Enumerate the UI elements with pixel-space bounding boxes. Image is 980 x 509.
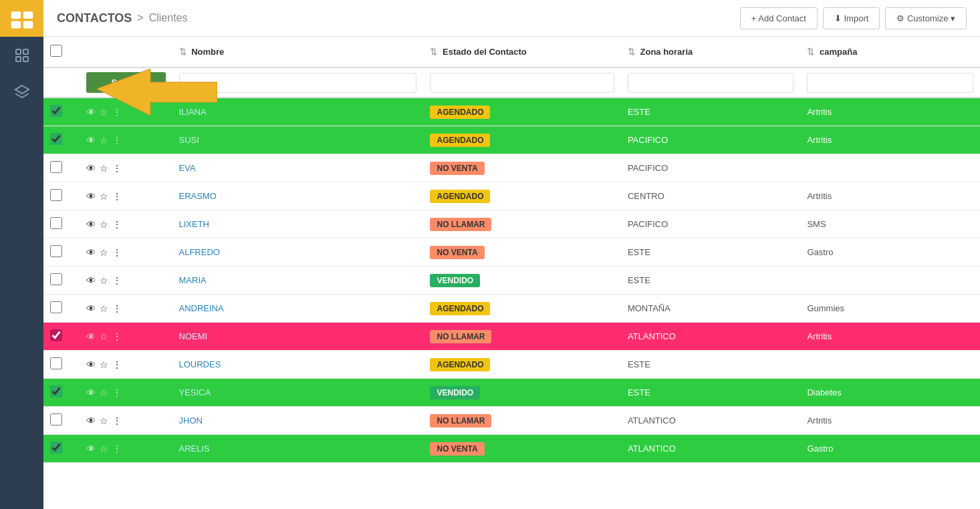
row-estado-cell: AGENDADO xyxy=(423,295,620,323)
contact-name-link[interactable]: ERASMO xyxy=(179,191,217,201)
row-checkbox[interactable] xyxy=(50,385,62,397)
view-icon[interactable]: 👁 xyxy=(86,387,96,398)
row-checkbox[interactable] xyxy=(50,105,62,117)
contact-name-link[interactable]: ANDREINA xyxy=(179,303,224,313)
import-button[interactable]: ⬇ Import xyxy=(823,7,880,29)
status-badge: NO VENTA xyxy=(430,246,484,259)
row-checkbox[interactable] xyxy=(50,217,62,229)
view-icon[interactable]: 👁 xyxy=(86,247,96,258)
view-icon[interactable]: 👁 xyxy=(86,444,96,454)
view-icon[interactable]: 👁 xyxy=(86,107,96,118)
contact-name-link[interactable]: YESICA xyxy=(179,387,211,397)
th-estado-label: Estado del Contacto xyxy=(443,47,527,57)
top-header: CONTACTOS > Clientes + Add Contact ⬇ Imp… xyxy=(43,0,980,37)
contact-name-link[interactable]: MARIA xyxy=(179,275,207,285)
table-row: 👁 ☆ ⋮ JHON NO LLAMAR ATLANTICO Artritis xyxy=(43,407,980,435)
row-campana-cell xyxy=(800,154,980,182)
more-icon[interactable]: ⋮ xyxy=(112,275,122,286)
more-icon[interactable]: ⋮ xyxy=(112,444,122,454)
view-icon[interactable]: 👁 xyxy=(86,219,96,230)
view-icon[interactable]: 👁 xyxy=(86,303,96,314)
star-icon[interactable]: ☆ xyxy=(100,163,108,174)
contact-name-link[interactable]: ARELIS xyxy=(179,444,210,454)
add-contact-button[interactable]: + Add Contact xyxy=(740,7,818,29)
search-name-input[interactable] xyxy=(179,73,417,93)
row-estado-cell: NO LLAMAR xyxy=(423,407,620,435)
star-icon[interactable]: ☆ xyxy=(100,387,108,398)
star-icon[interactable]: ☆ xyxy=(100,303,108,314)
contact-name-link[interactable]: SUSI xyxy=(179,135,199,145)
star-icon[interactable]: ☆ xyxy=(100,219,108,230)
star-icon[interactable]: ☆ xyxy=(100,359,108,370)
search-campana-input[interactable] xyxy=(807,73,973,93)
search-estado-input[interactable] xyxy=(430,73,614,93)
th-zona[interactable]: ⇅ Zona horaria xyxy=(621,37,801,67)
row-checkbox[interactable] xyxy=(50,301,62,313)
row-checkbox[interactable] xyxy=(50,273,62,285)
row-checkbox[interactable] xyxy=(50,245,62,257)
view-icon[interactable]: 👁 xyxy=(86,359,96,370)
more-icon[interactable]: ⋮ xyxy=(112,107,122,118)
row-checkbox[interactable] xyxy=(50,329,62,341)
row-checkbox[interactable] xyxy=(50,413,62,426)
contact-name-link[interactable]: NOEMI xyxy=(179,331,208,341)
search-button[interactable]: Search xyxy=(86,72,166,93)
row-checkbox[interactable] xyxy=(50,442,62,454)
view-icon[interactable]: 👁 xyxy=(86,275,96,286)
more-icon[interactable]: ⋮ xyxy=(112,163,122,174)
customize-button[interactable]: ⚙ Customize ▾ xyxy=(885,7,967,29)
star-icon[interactable]: ☆ xyxy=(100,247,108,258)
row-estado-cell: NO VENTA xyxy=(423,435,620,463)
contact-name-link[interactable]: EVA xyxy=(179,163,196,173)
app-logo[interactable] xyxy=(0,0,43,37)
more-icon[interactable]: ⋮ xyxy=(112,191,122,202)
row-checkbox[interactable] xyxy=(50,133,62,145)
more-icon[interactable]: ⋮ xyxy=(112,387,122,398)
th-campana[interactable]: ⇅ campaña xyxy=(800,37,980,67)
view-icon[interactable]: 👁 xyxy=(86,191,96,202)
zone-text: PACIFICO xyxy=(628,135,668,145)
view-icon[interactable]: 👁 xyxy=(86,415,96,426)
star-icon[interactable]: ☆ xyxy=(100,191,108,202)
campaign-text: Gastro xyxy=(807,444,833,454)
star-icon[interactable]: ☆ xyxy=(100,107,108,118)
select-all-checkbox[interactable] xyxy=(50,45,62,57)
more-icon[interactable]: ⋮ xyxy=(112,219,122,230)
search-zona-input[interactable] xyxy=(628,73,794,93)
sidebar-layers-icon[interactable] xyxy=(0,73,43,110)
star-icon[interactable]: ☆ xyxy=(100,135,108,146)
more-icon[interactable]: ⋮ xyxy=(112,331,122,342)
table-row: 👁 ☆ ⋮ ILIANA AGENDADO ESTE Artritis xyxy=(43,98,980,126)
row-zona-cell: ESTE xyxy=(621,98,801,126)
sidebar-contacts-icon[interactable] xyxy=(0,37,43,73)
contact-name-link[interactable]: ALFREDO xyxy=(179,247,220,257)
view-icon[interactable]: 👁 xyxy=(86,135,96,146)
row-checkbox[interactable] xyxy=(50,357,62,369)
more-icon[interactable]: ⋮ xyxy=(112,135,122,146)
star-icon[interactable]: ☆ xyxy=(100,331,108,342)
star-icon[interactable]: ☆ xyxy=(100,444,108,454)
row-check-cell xyxy=(43,351,80,379)
contact-name-link[interactable]: JHON xyxy=(179,415,203,426)
contact-name-link[interactable]: LIXETH xyxy=(179,219,210,229)
contact-name-link[interactable]: LOURDES xyxy=(179,359,221,369)
row-campana-cell: Gummies xyxy=(800,295,980,323)
view-icon[interactable]: 👁 xyxy=(86,163,96,174)
row-check-cell xyxy=(43,379,80,407)
more-icon[interactable]: ⋮ xyxy=(112,415,122,426)
th-nombre[interactable]: ⇅ Nombre xyxy=(172,37,424,67)
status-badge: AGENDADO xyxy=(430,106,490,119)
more-icon[interactable]: ⋮ xyxy=(112,359,122,370)
more-icon[interactable]: ⋮ xyxy=(112,247,122,258)
star-icon[interactable]: ☆ xyxy=(100,415,108,426)
view-icon[interactable]: 👁 xyxy=(86,331,96,342)
row-actions-cell: 👁 ☆ ⋮ xyxy=(80,154,172,182)
contact-name-link[interactable]: ILIANA xyxy=(179,107,207,117)
campaign-text: Artritis xyxy=(807,135,832,145)
star-icon[interactable]: ☆ xyxy=(100,275,108,286)
row-name-cell: LIXETH xyxy=(172,210,424,238)
row-checkbox[interactable] xyxy=(50,161,62,173)
th-estado[interactable]: ⇅ Estado del Contacto xyxy=(423,37,620,67)
row-checkbox[interactable] xyxy=(50,189,62,201)
more-icon[interactable]: ⋮ xyxy=(112,303,122,314)
